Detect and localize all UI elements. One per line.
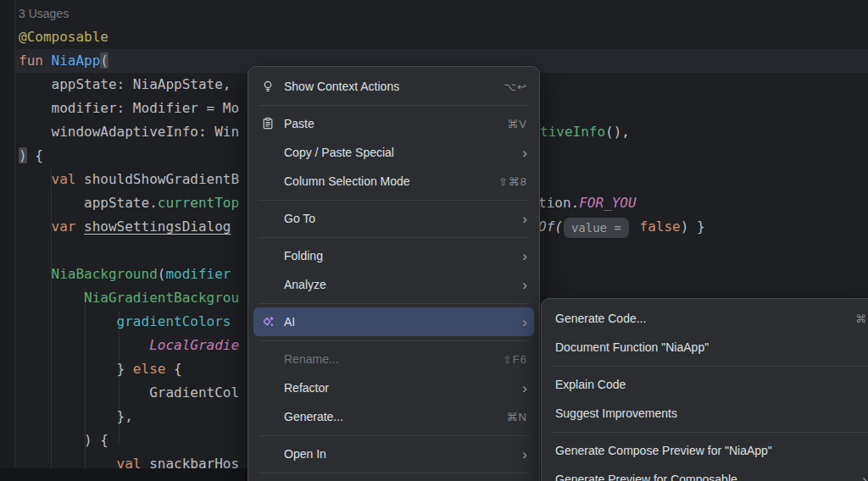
code-token: modifier [165, 266, 231, 282]
menu-item-go-to[interactable]: Go To› [253, 204, 534, 233]
code-line: GradientCol [19, 381, 239, 405]
code-token: (), [605, 124, 630, 140]
code-token [19, 337, 149, 353]
code-token: modifier: Modifier = Mo [19, 100, 239, 116]
submenu-arrow-icon: › [522, 212, 527, 226]
shortcut-hint: ⇧⌘8 [498, 175, 527, 188]
menu-item-label: Copy / Paste Special [284, 146, 502, 159]
menu-item-label: Folding [284, 249, 502, 263]
code-line: ) { [19, 428, 108, 452]
code-token: }, [19, 408, 133, 424]
menu-item-copy-paste-special[interactable]: Copy / Paste Special› [253, 138, 534, 167]
code-token: tion. [538, 195, 579, 211]
menu-separator [542, 428, 868, 436]
code-token: ) { [19, 432, 108, 448]
usages-inlay-hint: 3 Usages [19, 2, 69, 25]
submenu-arrow-icon: › [522, 381, 527, 395]
code-fragment: tiveInfo(), [540, 120, 630, 144]
menu-separator [248, 299, 539, 307]
menu-item-label: Generate Preview for Composable... [555, 473, 842, 481]
menu-separator [248, 431, 539, 440]
menu-item-generate[interactable]: Generate...⌘N [253, 402, 534, 431]
submenu-arrow-icon: › [522, 315, 527, 329]
submenu-arrow-icon: › [522, 146, 527, 160]
code-line: val shouldShowGradientB [19, 168, 239, 191]
code-token: tiveInfo [540, 124, 605, 140]
code-token: ( [158, 266, 166, 282]
menu-item-paste[interactable]: Paste⌘V [253, 109, 534, 138]
menu-item-label: Document Function "NiaApp" [555, 340, 867, 354]
code-token: @Composable [19, 29, 108, 45]
shortcut-hint: ⇧F6 [503, 353, 527, 366]
code-line: NiaGradientBackgrou [19, 286, 239, 310]
code-token: val [52, 171, 76, 187]
menu-item-generate-compose-preview-for-niaapp[interactable]: Generate Compose Preview for "NiaApp" [547, 436, 868, 465]
menu-item-ai[interactable]: AI› [253, 307, 534, 336]
inlay-hint-chip: value = [564, 218, 629, 238]
menu-item-label: Analyze [284, 278, 502, 291]
code-token: shouldShowGradientB [75, 171, 239, 187]
code-line: LocalGradie [19, 334, 239, 357]
code-line: @Composable [19, 25, 108, 49]
shortcut-hint: ⌥↩ [504, 80, 527, 93]
menu-item-label: Open In [284, 447, 502, 461]
code-line: appState: NiaAppState, [19, 73, 231, 97]
menu-item-analyze[interactable]: Analyze› [253, 270, 534, 299]
code-token: fun [19, 53, 43, 69]
submenu-arrow-icon: › [522, 447, 527, 462]
submenu-arrow-icon: › [522, 249, 527, 263]
menu-item-label: Show Context Actions [284, 80, 483, 93]
code-token: appState: NiaAppState, [19, 76, 231, 92]
menu-separator [248, 196, 539, 204]
code-token: GradientCol [19, 384, 239, 401]
menu-item-rename: Rename...⇧F6 [253, 345, 534, 373]
code-fragment: Of(value = false) } [538, 215, 705, 239]
code-token [632, 218, 640, 235]
menu-item-label: AI [284, 315, 502, 329]
menu-item-label: Generate Compose Preview for "NiaApp" [555, 444, 867, 457]
code-fragment: tion.FOR_YOU [538, 191, 637, 215]
code-line: fun NiaApp( [19, 49, 108, 73]
menu-separator [542, 362, 868, 370]
editor-gutter [0, 0, 15, 481]
menu-item-suggest-improvements[interactable]: Suggest Improvements [547, 399, 868, 428]
menu-item-document-function-niaapp[interactable]: Document Function "NiaApp" [547, 333, 868, 362]
code-token [75, 218, 84, 235]
clipboard-icon [259, 117, 277, 130]
menu-item-label: Paste [284, 117, 487, 130]
code-token: ) [19, 147, 27, 163]
menu-item-folding[interactable]: Folding› [253, 241, 534, 270]
code-token: ( [100, 53, 108, 69]
menu-separator [248, 101, 539, 109]
code-token: NiaGradientBackgrou [84, 290, 239, 306]
code-token: { [27, 147, 43, 163]
code-line: var showSettingsDialog [19, 215, 231, 239]
menu-item-open-in[interactable]: Open In› [253, 440, 534, 468]
menu-item-column-selection-mode[interactable]: Column Selection Mode⇧⌘8 [253, 167, 534, 196]
code-token: LocalGradie [149, 337, 239, 353]
code-token [19, 266, 52, 282]
submenu-arrow-icon: › [862, 473, 867, 481]
code-token: else [133, 361, 166, 377]
menu-item-show-context-actions[interactable]: Show Context Actions⌥↩ [253, 72, 534, 101]
menu-item-generate-preview-for-composable[interactable]: Generate Preview for Composable...› [547, 465, 868, 481]
code-token: gradientColors [117, 313, 231, 329]
code-line: NiaBackground(modifier [19, 263, 231, 286]
code-line: windowAdaptiveInfo: Win [19, 120, 239, 144]
menu-item-generate-code[interactable]: Generate Code...⌘ [547, 304, 868, 333]
code-token: NiaApp [52, 53, 101, 69]
code-token: Of( [538, 218, 563, 235]
editor-context-menu: Show Context Actions⌥↩Paste⌘VCopy / Past… [248, 66, 540, 481]
code-token: showSettingsDialog [84, 218, 231, 235]
lightbulb-icon [259, 80, 277, 93]
code-token: windowAdaptiveInfo: Win [19, 124, 239, 140]
ai-submenu: Generate Code...⌘Document Function "NiaA… [541, 298, 868, 481]
menu-item-refactor[interactable]: Refactor› [253, 373, 534, 402]
menu-separator [248, 233, 539, 241]
menu-item-explain-code[interactable]: Explain Code [547, 370, 868, 399]
code-line: gradientColors [19, 310, 231, 334]
menu-item-label: Go To [284, 212, 502, 225]
menu-item-label: Generate Code... [555, 312, 835, 325]
code-token: NiaBackground [52, 266, 158, 282]
shortcut-hint: ⌘V [507, 118, 527, 130]
